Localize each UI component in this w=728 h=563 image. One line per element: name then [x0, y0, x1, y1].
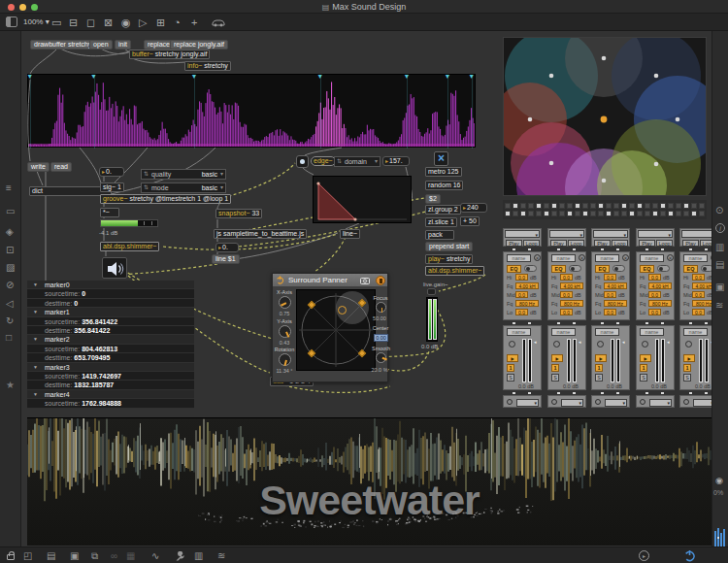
channel-number-button[interactable]: 1 — [507, 364, 514, 372]
waveform-marker[interactable]: ▼ — [468, 73, 475, 80]
message-icon[interactable]: ◻ — [86, 16, 95, 29]
sig-object[interactable]: sig~ 1 — [100, 182, 124, 192]
line-message[interactable]: line $1 — [212, 254, 240, 264]
image-icon[interactable]: ▨ — [6, 262, 15, 273]
eq-toggle[interactable]: EQ — [640, 265, 654, 273]
bang-button[interactable] — [296, 155, 309, 168]
eq-toggle[interactable]: EQ — [507, 265, 521, 273]
power-button[interactable] — [597, 341, 604, 348]
metro-object[interactable]: metro 125 — [425, 167, 462, 177]
output-dropdown[interactable]: ▾ — [516, 399, 539, 407]
mixer-icon[interactable]: ▥ — [194, 549, 203, 562]
play-button[interactable]: Play — [639, 240, 655, 247]
loop-icon[interactable]: ↻ — [6, 315, 14, 326]
livegain-knob[interactable] — [427, 288, 436, 295]
loop-button[interactable]: Loop — [700, 240, 711, 247]
eq-value-box[interactable]: 4.00 kH — [692, 282, 711, 289]
read-message[interactable]: read — [50, 162, 72, 172]
eq-toggle[interactable]: EQ — [551, 265, 566, 273]
collapse-icon[interactable]: ▼ — [33, 281, 38, 289]
audio-power-icon[interactable] — [683, 549, 696, 562]
grid-cell[interactable] — [544, 211, 549, 216]
livegain-meter[interactable] — [426, 297, 438, 342]
eq-value-box[interactable]: 4.00 kH — [515, 282, 539, 289]
console-icon[interactable]: ▭ — [6, 206, 15, 216]
console-icon[interactable]: ▤ — [47, 549, 55, 562]
name-field[interactable]: name — [640, 254, 664, 262]
loop-button[interactable]: Loop — [523, 240, 540, 247]
presentation-icon[interactable]: ▣ — [70, 549, 79, 562]
signal-icon[interactable]: ∿ — [151, 549, 159, 562]
power-button[interactable] — [642, 341, 648, 348]
collapse-icon[interactable]: ▼ — [33, 335, 38, 344]
name-field[interactable]: name — [551, 328, 576, 336]
zlgroup-object[interactable]: zl.group 2 — [425, 205, 461, 215]
number-icon[interactable]: ⊞ — [156, 16, 165, 29]
grid-cell[interactable] — [582, 211, 588, 216]
grid-cell[interactable] — [683, 211, 689, 216]
power-button[interactable] — [509, 341, 515, 348]
monitor-button[interactable]: ▶ — [507, 354, 518, 362]
grid-cell[interactable] — [637, 211, 643, 216]
grid-cell[interactable] — [613, 203, 619, 209]
eq-value-box[interactable]: 0.0 — [692, 291, 705, 298]
clear-button[interactable]: × — [622, 254, 629, 261]
waveform-marker[interactable]: ▼ — [90, 73, 97, 80]
grid-cell[interactable] — [629, 203, 635, 209]
eq-value-box[interactable]: 0.0 — [560, 291, 573, 298]
loop-button[interactable]: Loop — [612, 240, 628, 247]
number-box[interactable]: ▸157. — [382, 156, 410, 166]
fader[interactable] — [522, 339, 526, 382]
bypass-toggle[interactable] — [657, 265, 670, 272]
marker-field-row[interactable]: desttime: 356.841422 — [27, 326, 194, 335]
output-dropdown[interactable]: ▾ — [605, 399, 627, 407]
grid-cell[interactable] — [544, 203, 549, 209]
fader[interactable] — [611, 339, 614, 382]
panner-mode-button[interactable] — [376, 276, 385, 285]
fader[interactable] — [528, 339, 532, 382]
monitor-button[interactable]: ▶ — [683, 354, 695, 362]
number-box[interactable]: ▸0. — [99, 167, 124, 177]
bypass-toggle[interactable] — [524, 265, 537, 272]
clear-button[interactable]: × — [667, 254, 674, 261]
function-editor[interactable] — [313, 176, 412, 223]
grid-cell[interactable] — [683, 203, 689, 209]
center-value-box[interactable]: 0.00 — [374, 334, 388, 342]
panner-xy-pad[interactable] — [296, 289, 376, 371]
marker-field-row[interactable]: sourcetime: 804.462813 — [27, 345, 194, 353]
ezdac-speaker-button[interactable] — [102, 257, 127, 279]
grid-cell[interactable] — [551, 211, 557, 216]
marker-field-row[interactable]: sourcetime: 1762.984888 — [27, 399, 194, 408]
grid-cell[interactable] — [691, 203, 697, 209]
rotation-knob[interactable] — [279, 353, 291, 366]
number-box[interactable]: ▸240 — [460, 203, 487, 213]
eq-value-box[interactable]: 800 Hz — [515, 300, 539, 307]
pack-object[interactable]: pack — [425, 230, 454, 240]
open-message[interactable]: open — [89, 40, 113, 50]
list-icon[interactable]: ▤ — [715, 259, 724, 270]
media-icon[interactable]: ⊡ — [6, 245, 14, 255]
grid-cell[interactable] — [590, 203, 596, 209]
play-button[interactable]: Play — [506, 240, 522, 247]
marker-field-row[interactable]: sourcetime: 1419.742697 — [27, 372, 194, 381]
eq-value-box[interactable]: 0.0 — [515, 309, 528, 315]
monitor-button[interactable]: ▶ — [595, 354, 607, 362]
patch-icon[interactable]: ◈ — [6, 226, 14, 237]
power-icon[interactable] — [276, 276, 284, 284]
select-icon[interactable]: ◰ — [23, 549, 32, 562]
line-tilde-object[interactable]: line~ — [340, 229, 360, 239]
info-object[interactable]: info~ stretchy — [184, 61, 231, 71]
random-object[interactable]: random 16 — [425, 181, 463, 190]
clear-button[interactable]: × — [534, 254, 541, 261]
grid-cell[interactable] — [528, 211, 534, 216]
eq-value-box[interactable]: 0.0 — [560, 309, 573, 315]
name-field[interactable]: name — [507, 254, 531, 262]
name-field[interactable]: name — [683, 328, 708, 336]
name-field[interactable]: name — [507, 328, 531, 336]
eq-value-box[interactable]: 0.0 — [648, 291, 661, 298]
info-icon[interactable]: i — [715, 223, 725, 233]
grid-cell[interactable] — [676, 203, 681, 209]
monitor-button[interactable]: ▶ — [640, 354, 651, 362]
grid-cell[interactable] — [575, 211, 580, 216]
patcher-canvas[interactable]: ▼▼▼▼▼▼▼ Sweetwater — [21, 31, 711, 546]
